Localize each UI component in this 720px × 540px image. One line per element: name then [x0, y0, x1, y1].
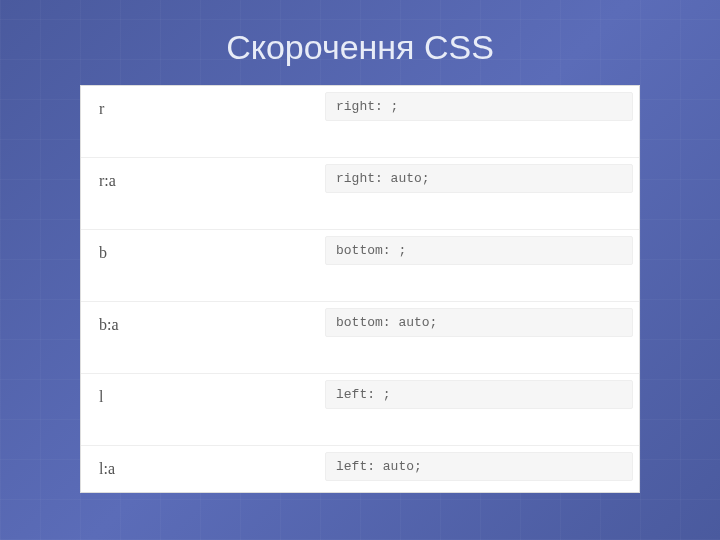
expansion-cell: right: auto;: [325, 158, 639, 229]
code-snippet: left: auto;: [325, 452, 633, 481]
expansion-cell: bottom: ;: [325, 230, 639, 301]
shortcuts-table: r right: ; r:a right: auto; b bottom: ; …: [80, 85, 640, 493]
code-snippet: bottom: auto;: [325, 308, 633, 337]
abbr-cell: b:a: [81, 302, 325, 373]
table-row: b:a bottom: auto;: [81, 302, 639, 374]
table-row: b bottom: ;: [81, 230, 639, 302]
table-row: r:a right: auto;: [81, 158, 639, 230]
page-title: Скорочення CSS: [0, 0, 720, 85]
code-snippet: left: ;: [325, 380, 633, 409]
abbr-cell: l: [81, 374, 325, 445]
table-row: l:a left: auto;: [81, 446, 639, 492]
abbr-cell: l:a: [81, 446, 325, 492]
code-snippet: bottom: ;: [325, 236, 633, 265]
expansion-cell: bottom: auto;: [325, 302, 639, 373]
expansion-cell: left: auto;: [325, 446, 639, 492]
expansion-cell: right: ;: [325, 86, 639, 157]
abbr-cell: r: [81, 86, 325, 157]
code-snippet: right: ;: [325, 92, 633, 121]
code-snippet: right: auto;: [325, 164, 633, 193]
abbr-cell: b: [81, 230, 325, 301]
expansion-cell: left: ;: [325, 374, 639, 445]
table-row: r right: ;: [81, 86, 639, 158]
abbr-cell: r:a: [81, 158, 325, 229]
table-row: l left: ;: [81, 374, 639, 446]
